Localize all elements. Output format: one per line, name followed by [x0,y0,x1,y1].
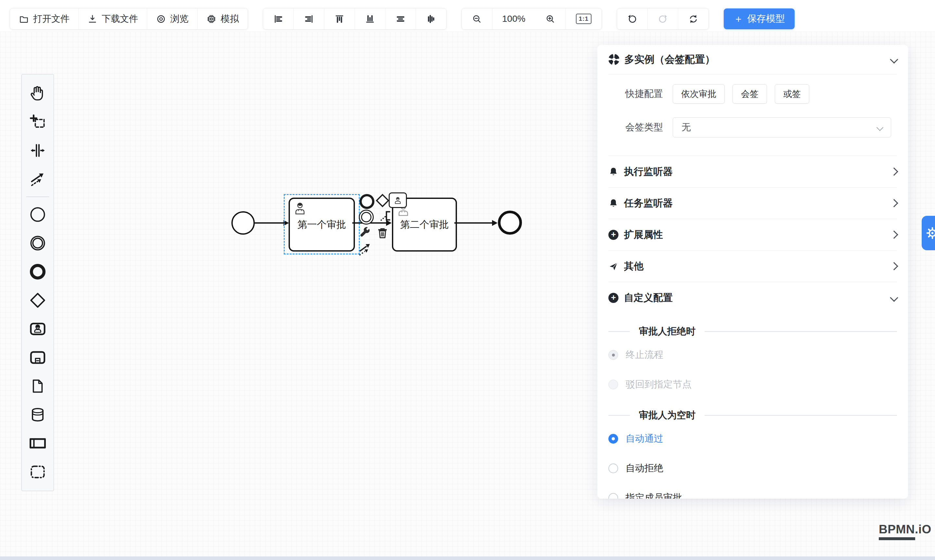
history-button-group [617,8,709,29]
create-subprocess[interactable] [22,343,54,372]
arrowhead [492,220,498,226]
align-center-horizontal-icon [395,14,406,24]
empty-group-divider: 审批人为空时 [608,409,897,422]
create-data-object[interactable] [22,372,54,400]
user-task-mini-icon [394,196,402,205]
open-file-button[interactable]: 打开文件 [10,8,78,29]
sign-type-select[interactable]: 无 [673,117,891,137]
preview-label: 浏览 [170,13,189,25]
sequence-flow-1[interactable] [255,222,285,224]
chevron-down-icon[interactable] [890,55,898,63]
folder-icon [19,14,29,24]
intermediate-event-icon [361,212,371,222]
append-end-event-button[interactable] [360,194,374,209]
hand-tool[interactable] [22,79,54,108]
align-right-button[interactable] [294,8,324,29]
align-top-button[interactable] [324,8,355,29]
align-center-vertical-button[interactable] [416,8,446,29]
section-other[interactable]: 其他 [608,251,897,282]
chevron-right-icon [890,262,898,270]
align-left-button[interactable] [263,8,294,29]
settings-tab[interactable] [922,216,935,250]
append-user-task-button[interactable] [389,192,407,208]
quick-option-countersign[interactable]: 会签 [732,84,767,104]
save-model-label: 保存模型 [747,12,785,25]
data-store-icon [29,406,46,423]
chevron-right-icon [890,168,898,175]
logo-underline [879,537,915,540]
element-palette [22,74,54,491]
gear-icon [925,226,935,240]
radio-disabled [608,380,618,389]
create-user-task[interactable] [22,315,54,343]
create-gateway[interactable] [22,286,54,315]
create-end-event[interactable] [22,257,54,286]
radio-label: 自动通过 [626,432,663,445]
simulate-button[interactable]: 模拟 [198,8,248,29]
quick-option-sequential[interactable]: 依次审批 [673,84,725,104]
reset-zoom-button[interactable]: 1:1 [566,8,601,29]
radio-selected [608,434,618,444]
end-event-node[interactable] [498,211,522,235]
user-task-icon [292,201,308,216]
end-event-icon [29,263,46,280]
create-start-event[interactable] [22,200,54,229]
bottom-scrollbar-strip[interactable] [0,557,935,560]
send-icon [608,261,618,271]
redo-button[interactable] [648,8,678,29]
section-custom-config[interactable]: 自定义配置 [608,282,897,313]
save-model-button[interactable]: ＋ 保存模型 [724,8,795,29]
bpmn-io-logo[interactable]: BPMN.iO [879,523,932,540]
section-task-listener[interactable]: 任务监听器 [608,188,897,219]
append-gateway-button[interactable] [375,193,390,208]
start-event-node[interactable] [231,211,255,235]
connection-tool[interactable] [22,165,54,193]
refresh-button[interactable] [678,8,709,29]
radio-selected-disabled [608,350,618,360]
radio-auto-reject[interactable]: 自动拒绝 [608,456,897,481]
align-center-horizontal-button[interactable] [386,8,416,29]
reject-group-title: 审批人拒绝时 [639,325,695,338]
append-intermediate-event-button[interactable] [359,210,374,225]
lasso-tool[interactable] [22,108,54,136]
radio-label: 指定成员审批 [626,491,682,498]
download-file-label: 下载文件 [102,13,138,25]
space-tool[interactable] [22,136,54,165]
sign-type-value: 无 [681,121,691,134]
sequence-flow-3[interactable] [454,222,493,224]
connect-tool-button[interactable] [357,242,372,257]
quick-option-orsign[interactable]: 或签 [775,84,809,104]
radio-return-to-node[interactable]: 驳回到指定节点 [608,372,897,397]
section-extended-properties[interactable]: 扩展属性 [608,219,897,251]
properties-panel: 多实例（会签配置） 快捷配置 依次审批 会签 或签 会签类型 无 执行监听器 [597,45,908,498]
create-intermediate-event[interactable] [22,229,54,257]
start-event-icon [29,206,46,223]
panel-header[interactable]: 多实例（会签配置） [608,45,897,74]
create-participant[interactable] [22,429,54,458]
zoom-out-icon [472,14,482,24]
refresh-icon [688,14,698,24]
radio-assign-member[interactable]: 指定成员审批 [608,485,897,498]
delete-button[interactable] [376,226,389,240]
download-file-button[interactable]: 下载文件 [78,8,147,29]
undo-button[interactable] [617,8,648,29]
open-file-label: 打开文件 [33,13,69,25]
user-task-node-1[interactable]: 第一个审批 [289,198,355,252]
align-center-vertical-icon [426,14,436,24]
plus-circle-icon [608,230,618,240]
align-left-icon [273,14,283,24]
lasso-icon [29,114,46,130]
create-data-store[interactable] [22,400,54,429]
create-group[interactable] [22,458,54,486]
radio-auto-pass[interactable]: 自动通过 [608,426,897,451]
zoom-out-button[interactable] [462,8,492,29]
zoom-in-button[interactable] [535,8,566,29]
align-bottom-button[interactable] [355,8,386,29]
gateway-icon [375,193,390,208]
panel-sections: 执行监听器 任务监听器 扩展属性 其 [608,156,897,313]
section-execution-listener[interactable]: 执行监听器 [608,156,897,188]
preview-eye-icon [156,14,166,24]
preview-button[interactable]: 浏览 [147,8,198,29]
radio-terminate-process[interactable]: 终止流程 [608,342,897,368]
wrench-change-type-button[interactable] [358,226,372,240]
